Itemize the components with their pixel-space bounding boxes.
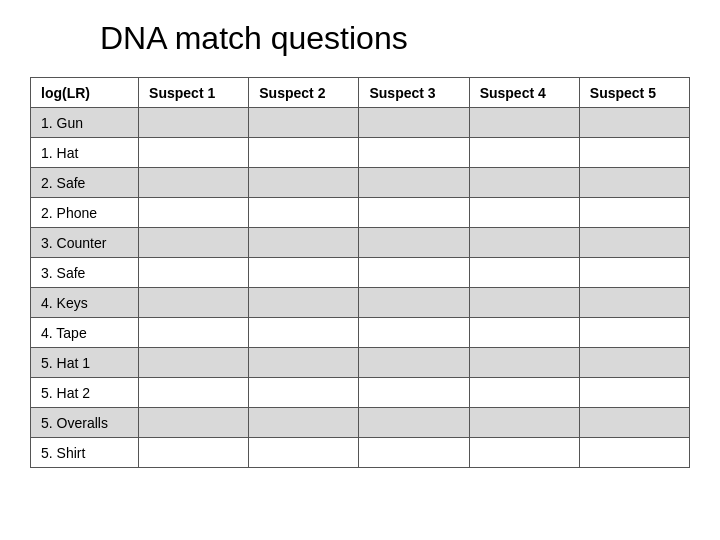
- cell-row6-suspect1: [139, 288, 249, 318]
- col-header-suspect-3: Suspect 3: [359, 78, 469, 108]
- cell-row4-suspect3: [359, 228, 469, 258]
- cell-row9-suspect2: [249, 378, 359, 408]
- cell-row6-suspect2: [249, 288, 359, 318]
- cell-row5-suspect1: [139, 258, 249, 288]
- cell-row8-suspect5: [579, 348, 689, 378]
- cell-row11-suspect5: [579, 438, 689, 468]
- cell-row4-suspect5: [579, 228, 689, 258]
- cell-row4-suspect1: [139, 228, 249, 258]
- cell-row11-suspect2: [249, 438, 359, 468]
- cell-row9-suspect5: [579, 378, 689, 408]
- row-label-5: 3. Safe: [31, 258, 139, 288]
- table-row: 2. Phone: [31, 198, 690, 228]
- cell-row2-suspect3: [359, 168, 469, 198]
- cell-row0-suspect1: [139, 108, 249, 138]
- table-row: 5. Shirt: [31, 438, 690, 468]
- cell-row5-suspect5: [579, 258, 689, 288]
- table-row: 5. Hat 1: [31, 348, 690, 378]
- col-header-suspect-1: Suspect 1: [139, 78, 249, 108]
- cell-row3-suspect3: [359, 198, 469, 228]
- cell-row4-suspect2: [249, 228, 359, 258]
- table-row: 5. Hat 2: [31, 378, 690, 408]
- row-label-1: 1. Hat: [31, 138, 139, 168]
- row-label-10: 5. Overalls: [31, 408, 139, 438]
- cell-row3-suspect2: [249, 198, 359, 228]
- cell-row2-suspect4: [469, 168, 579, 198]
- cell-row10-suspect3: [359, 408, 469, 438]
- col-header-label: log(LR): [31, 78, 139, 108]
- dna-match-table: log(LR)Suspect 1Suspect 2Suspect 3Suspec…: [30, 77, 690, 468]
- cell-row6-suspect5: [579, 288, 689, 318]
- cell-row5-suspect2: [249, 258, 359, 288]
- row-label-8: 5. Hat 1: [31, 348, 139, 378]
- table-row: 2. Safe: [31, 168, 690, 198]
- table-row: 4. Tape: [31, 318, 690, 348]
- cell-row2-suspect1: [139, 168, 249, 198]
- cell-row8-suspect3: [359, 348, 469, 378]
- table-row: 1. Gun: [31, 108, 690, 138]
- cell-row9-suspect4: [469, 378, 579, 408]
- cell-row1-suspect4: [469, 138, 579, 168]
- cell-row9-suspect1: [139, 378, 249, 408]
- cell-row2-suspect2: [249, 168, 359, 198]
- cell-row10-suspect5: [579, 408, 689, 438]
- cell-row4-suspect4: [469, 228, 579, 258]
- cell-row11-suspect3: [359, 438, 469, 468]
- row-label-7: 4. Tape: [31, 318, 139, 348]
- table-row: 5. Overalls: [31, 408, 690, 438]
- cell-row8-suspect1: [139, 348, 249, 378]
- col-header-suspect-2: Suspect 2: [249, 78, 359, 108]
- table-container: log(LR)Suspect 1Suspect 2Suspect 3Suspec…: [20, 77, 700, 468]
- cell-row1-suspect1: [139, 138, 249, 168]
- row-label-11: 5. Shirt: [31, 438, 139, 468]
- cell-row6-suspect4: [469, 288, 579, 318]
- cell-row10-suspect1: [139, 408, 249, 438]
- cell-row3-suspect4: [469, 198, 579, 228]
- cell-row7-suspect2: [249, 318, 359, 348]
- row-label-6: 4. Keys: [31, 288, 139, 318]
- col-header-suspect-4: Suspect 4: [469, 78, 579, 108]
- row-label-4: 3. Counter: [31, 228, 139, 258]
- table-header-row: log(LR)Suspect 1Suspect 2Suspect 3Suspec…: [31, 78, 690, 108]
- cell-row1-suspect5: [579, 138, 689, 168]
- cell-row5-suspect3: [359, 258, 469, 288]
- cell-row6-suspect3: [359, 288, 469, 318]
- cell-row8-suspect2: [249, 348, 359, 378]
- cell-row2-suspect5: [579, 168, 689, 198]
- table-row: 4. Keys: [31, 288, 690, 318]
- page-title: DNA match questions: [100, 20, 408, 57]
- row-label-0: 1. Gun: [31, 108, 139, 138]
- row-label-2: 2. Safe: [31, 168, 139, 198]
- table-row: 1. Hat: [31, 138, 690, 168]
- cell-row7-suspect3: [359, 318, 469, 348]
- cell-row7-suspect5: [579, 318, 689, 348]
- cell-row7-suspect1: [139, 318, 249, 348]
- cell-row0-suspect4: [469, 108, 579, 138]
- col-header-suspect-5: Suspect 5: [579, 78, 689, 108]
- cell-row7-suspect4: [469, 318, 579, 348]
- row-label-3: 2. Phone: [31, 198, 139, 228]
- cell-row10-suspect2: [249, 408, 359, 438]
- cell-row3-suspect5: [579, 198, 689, 228]
- table-row: 3. Counter: [31, 228, 690, 258]
- cell-row1-suspect2: [249, 138, 359, 168]
- cell-row9-suspect3: [359, 378, 469, 408]
- table-row: 3. Safe: [31, 258, 690, 288]
- cell-row1-suspect3: [359, 138, 469, 168]
- cell-row5-suspect4: [469, 258, 579, 288]
- cell-row3-suspect1: [139, 198, 249, 228]
- row-label-9: 5. Hat 2: [31, 378, 139, 408]
- cell-row0-suspect3: [359, 108, 469, 138]
- cell-row0-suspect2: [249, 108, 359, 138]
- cell-row0-suspect5: [579, 108, 689, 138]
- cell-row11-suspect1: [139, 438, 249, 468]
- cell-row8-suspect4: [469, 348, 579, 378]
- cell-row10-suspect4: [469, 408, 579, 438]
- cell-row11-suspect4: [469, 438, 579, 468]
